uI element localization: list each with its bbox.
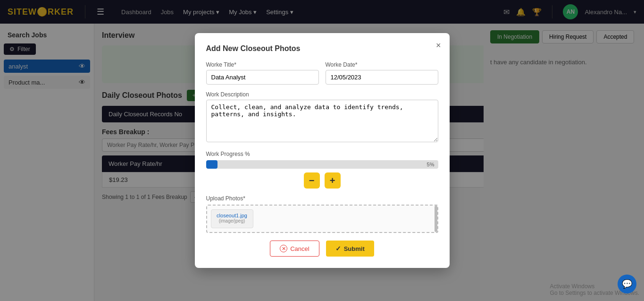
upload-filename: closeout1.jpg [214,213,250,218]
worke-date-label: Worke Date* [326,61,438,68]
progress-pct-text: 5% [427,162,435,167]
modal-footer: ✕ Cancel ✓ Submit [206,241,438,257]
progress-plus-button[interactable]: + [325,172,341,189]
upload-thumb-1: closeout1.jpg (image/jpeg) [211,209,253,228]
progress-label: Work Progress % [206,151,438,157]
submit-label: Submit [344,245,365,252]
upload-label: Upload Photos* [206,195,438,202]
submit-icon: ✓ [335,245,341,252]
work-description-textarea[interactable] [206,100,438,142]
cancel-label: Cancel [290,245,309,252]
modal-overlay: Add New Closeout Photos × Worke Title* W… [0,0,644,301]
progress-bar-container: 5% [206,160,438,169]
form-row-title-date: Worke Title* Worke Date* [206,61,438,85]
worke-date-input[interactable] [326,70,438,85]
upload-filetype: (image/jpeg) [214,218,250,224]
form-group-description: Work Description [206,91,438,144]
cancel-button[interactable]: ✕ Cancel [270,241,319,257]
form-group-title: Worke Title* [206,61,319,85]
modal-close-button[interactable]: × [436,41,441,51]
modal-add-closeout: Add New Closeout Photos × Worke Title* W… [195,33,450,268]
progress-controls: − + [206,172,438,189]
progress-section: Work Progress % 5% − + [206,151,438,189]
progress-bar-fill [206,160,218,169]
progress-minus-button[interactable]: − [304,172,320,189]
form-group-date: Worke Date* [326,61,438,85]
modal-title: Add New Closeout Photos [206,44,438,53]
worke-title-input[interactable] [206,70,319,85]
upload-section: Upload Photos* closeout1.jpg (image/jpeg… [206,195,438,233]
submit-button[interactable]: ✓ Submit [326,241,374,257]
upload-area[interactable]: closeout1.jpg (image/jpeg) [206,205,438,233]
worke-title-label: Worke Title* [206,61,319,68]
cancel-icon: ✕ [280,245,287,252]
upload-scroll-handle[interactable] [435,206,437,232]
chat-button[interactable]: 💬 [618,275,636,293]
work-description-label: Work Description [206,91,438,98]
